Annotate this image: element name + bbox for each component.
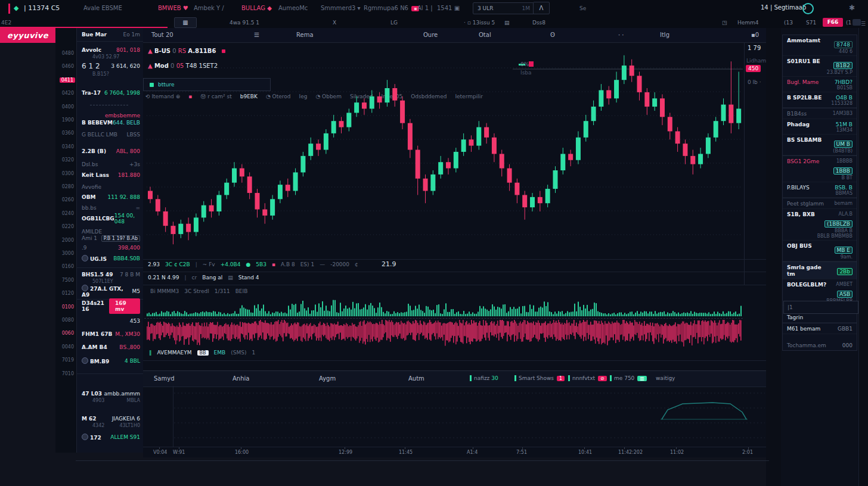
top-menu-item-6[interactable]: Rgmmupa6 N6▪: [364, 5, 419, 11]
tab-bar-item-6[interactable]: ◳: [722, 20, 727, 26]
chart-header-item-7[interactable]: Itlg: [660, 32, 669, 38]
left-panel-mode[interactable]: Eo 1m: [123, 32, 140, 38]
panel-row[interactable]: embsbemme: [82, 112, 140, 119]
panel-row[interactable]: D34s21 16169 mv: [82, 303, 140, 310]
panel-row[interactable]: 172ALLEM S91: [82, 434, 140, 441]
panel-row[interactable]: Dsl.bs+3s: [82, 161, 140, 168]
panel-legend-0[interactable]: nafizz 30: [470, 375, 498, 381]
panel-legend-4[interactable]: waitigy: [656, 375, 675, 381]
panel-row[interactable]: UG.ISBBB4.S0B: [82, 255, 140, 262]
panel-row[interactable]: Avvofie: [82, 183, 140, 191]
watchlist-row[interactable]: B1B4ss1AM3B3: [783, 108, 857, 119]
panel-row[interactable]: Ami 1P.B 1 19? B.Ab: [82, 235, 140, 242]
watchlist-row[interactable]: Ammotamt8748440 6: [783, 35, 857, 56]
watchlist-row[interactable]: Tochamma.em000: [783, 334, 857, 350]
price-tick[interactable]: 0040: [62, 344, 74, 350]
watchlist-row[interactable]: B SP2LB.BEO4B B1153328: [783, 92, 857, 108]
panel-menu-icon[interactable]: [852, 19, 861, 26]
price-tick[interactable]: 0420: [62, 91, 74, 96]
panel-row[interactable]: bb.bs=: [82, 204, 140, 211]
panel-row[interactable]: BHS1.5 497 8 B M: [82, 271, 140, 278]
chart-header-item-6[interactable]: · ·: [618, 32, 624, 38]
panel-row[interactable]: OBM111 92. 888: [82, 194, 140, 201]
price-tick[interactable]: 0400: [62, 104, 74, 110]
top-menu-item-4[interactable]: AumeoMc: [278, 5, 308, 11]
chart-header-item-8[interactable]: ▪0: [751, 32, 759, 38]
watchlist-row[interactable]: BS SLBAMBUM B(B4BTB): [783, 135, 857, 155]
panel-row[interactable]: BM.B94 BBL: [82, 357, 140, 364]
panel-row[interactable]: Avvolc801, 018: [82, 46, 140, 54]
panel-row[interactable]: 453: [82, 317, 140, 325]
price-tick[interactable]: 0280: [62, 184, 74, 189]
panel-row[interactable]: Keit Lass181.880: [82, 172, 140, 179]
price-tick[interactable]: 2000: [62, 238, 74, 243]
panel-row[interactable]: .9398,400: [82, 244, 140, 251]
globe-icon[interactable]: [802, 3, 814, 14]
workspace-tab-active[interactable]: ▦: [174, 17, 197, 28]
sell-button[interactable]: 169 mv: [109, 298, 140, 314]
tab-bar-item-5[interactable]: Dss8: [532, 20, 545, 26]
chart-header-item-5[interactable]: ʘ: [550, 32, 555, 38]
watchlist-row[interactable]: S1B, BXBALA.B(1BBLZBBBBA BBBLB BMBMBB: [783, 209, 857, 241]
price-tick[interactable]: 0480: [62, 51, 74, 56]
collapse-icon[interactable]: ☰: [861, 21, 866, 27]
settings-star-icon[interactable]: ✱: [849, 4, 855, 12]
chart-header-item-1[interactable]: ☰: [254, 32, 259, 38]
boxed-value[interactable]: P.B 1 19? B.Ab: [101, 235, 140, 242]
tab-bar-item-2[interactable]: LG: [390, 20, 398, 26]
watchlist-row[interactable]: S01RU1 BEB1B223.B2Y S.P: [783, 56, 857, 77]
watchlist-row[interactable]: P.BILAYSBSB. BBBMAS: [783, 182, 857, 198]
price-tick[interactable]: 0411: [60, 77, 75, 83]
price-tick[interactable]: 0060: [62, 331, 74, 336]
positions-column-1[interactable]: Anhia: [232, 375, 249, 382]
price-tick[interactable]: 0260: [62, 197, 74, 202]
price-tick[interactable]: 7019: [62, 357, 74, 363]
lambda-tool-button[interactable]: Λ: [533, 2, 550, 14]
time-axis[interactable]: V0:04W:9116:0012:9911:45A1:47:5110:4111:…: [143, 447, 766, 458]
price-tick[interactable]: 0120: [62, 291, 74, 296]
right-tab-3[interactable]: (1: [846, 20, 851, 26]
panel-row[interactable]: A.AM B4BS.,800: [82, 344, 140, 351]
panel-legend-2[interactable]: nnnfvtxt⊘: [568, 375, 607, 381]
top-menu-item-3[interactable]: BULLAG ◆: [241, 5, 272, 11]
price-tick[interactable]: 0320: [62, 157, 74, 163]
price-tick[interactable]: 0300: [62, 171, 74, 176]
top-menu-item-8[interactable]: 1541 ▣: [437, 5, 460, 11]
top-menu-item-2[interactable]: Ambek Y /: [194, 5, 224, 11]
panel-row[interactable]: 47 L03ambb.ammm: [82, 390, 140, 397]
price-tick[interactable]: 3000: [62, 251, 74, 256]
positions-column-0[interactable]: Samyd: [154, 375, 174, 382]
price-tick[interactable]: 0340: [62, 144, 74, 149]
tab-bar-item-3[interactable]: · ▫ 13issu 5: [464, 20, 495, 26]
price-tick[interactable]: 1900: [62, 117, 74, 123]
watchlist-row[interactable]: BSG1 2Gme1BBBB1BBBB BT: [783, 155, 857, 182]
top-menu-item-0[interactable]: Avale EBSME: [83, 5, 122, 11]
candlestick-plot[interactable]: [144, 44, 744, 285]
price-tick[interactable]: 0360: [62, 130, 74, 136]
indicator-row-1[interactable]: 2.933C ¢ C2B|~ Fv+4.0B4●5B3▪A.B 8ES) 1—-…: [148, 261, 364, 267]
watchlist-row[interactable]: Bugl. Mame7HBD?B01SB: [783, 77, 857, 92]
chart-header-item-2[interactable]: Rema: [296, 32, 314, 38]
account-menu[interactable]: 14 | Segtimaab: [761, 4, 806, 11]
watchlist-row[interactable]: Peet stglammbemam: [783, 198, 857, 209]
watchlist-row[interactable]: M61 bemamGBB1: [783, 323, 857, 334]
panel-row[interactable]: FHM1 67BM., XM30: [82, 331, 140, 338]
top-menu-item-1[interactable]: BMWEB ♥: [158, 5, 188, 11]
right-tab-active[interactable]: F66: [823, 18, 843, 27]
volume-legend[interactable]: ‖AVEMMAEYMBBEMB(SMS)1: [149, 350, 261, 356]
watchlist-filter-input[interactable]: |1: [783, 301, 858, 314]
panel-row[interactable]: 27A.L GTX, A9M5: [82, 288, 140, 295]
watchlist-row[interactable]: OBJ BUSMB E9am.: [783, 241, 857, 261]
tab-bar-item-1[interactable]: X: [333, 20, 336, 26]
panel-row[interactable]: 2.2B (B)ABL, 800: [82, 148, 140, 155]
price-tick[interactable]: 0160: [62, 264, 74, 269]
top-menu-item-5[interactable]: Smmmerd3 ▾: [321, 5, 361, 11]
dom-price-ladder[interactable]: 0480046004110420040019000360034003200300…: [55, 28, 77, 453]
indicator-row-2[interactable]: 0.21 N 4.99|crBang al▤Stand 4: [148, 275, 265, 281]
tab-bar-item-0[interactable]: 4wa 91.5 1: [230, 20, 259, 26]
price-tick[interactable]: 0220: [62, 224, 74, 229]
watchlist-row[interactable]: Phadag51M B13M34: [783, 119, 857, 135]
positions-column-2[interactable]: Aygm: [319, 375, 336, 382]
watchlist-row[interactable]: Smrla gade tm2Bb: [783, 261, 857, 279]
chart-header-item-4[interactable]: Otal: [479, 32, 491, 38]
